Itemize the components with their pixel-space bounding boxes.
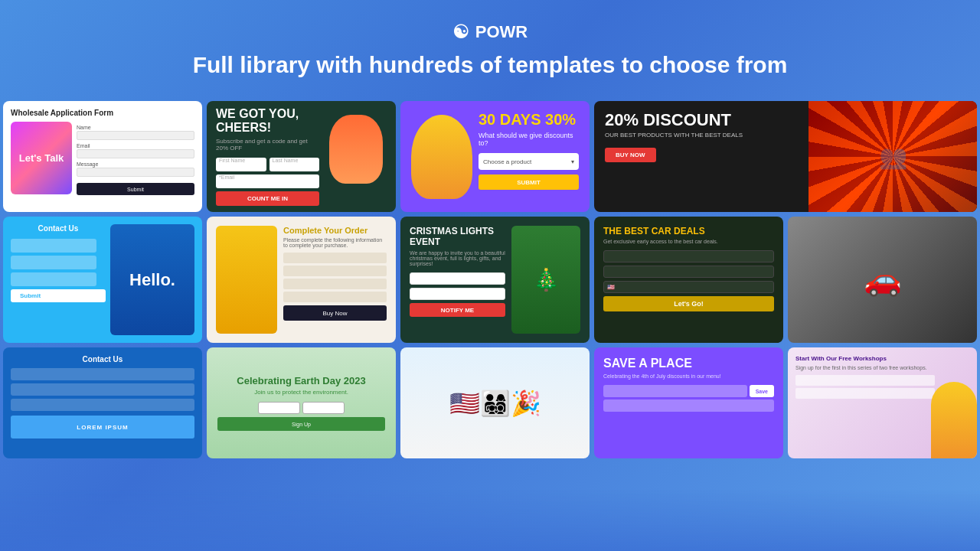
wholesale-submit[interactable]: Submit [77,183,194,195]
contact1-hello-panel: Hello. [110,224,194,335]
card-4th-of-july[interactable]: 🇺🇸👨‍👩‍👧‍👦🎉 [400,347,590,458]
order-input3[interactable] [283,279,387,289]
name-label: Name [77,125,194,130]
discount20-image: 👥 [808,101,977,212]
fade-overlay [0,490,980,551]
header: ☯ POWR Full library with hundreds of tem… [0,0,980,93]
cheers-content: WE GOT YOU, CHEERS! Subscribe and get a … [216,107,319,205]
logo-icon: ☯ [452,21,469,43]
order-form: Complete Your Order Please complete the … [283,226,387,334]
christmas-name-input[interactable] [410,272,505,285]
card-cheers[interactable]: WE GOT YOU, CHEERS! Subscribe and get a … [207,101,396,212]
contact2-title: Contact Us [11,355,194,364]
contact2-input1[interactable] [11,368,194,380]
card-contact1[interactable]: Contact Us Submit Hello. [3,217,202,343]
cardeals-btn[interactable]: Let's Go! [603,296,774,311]
card-saveplace[interactable]: SAVE A PLACE Celebrating the 4th of July… [594,347,783,458]
cheers-firstname[interactable]: First Name [216,158,266,171]
cheers-heading: WE GOT YOU, CHEERS! [216,107,319,134]
discount30-illustration [411,112,472,201]
christmas-title: CRISTMAS LIGHTS EVENT [410,226,505,247]
cheers-cta[interactable]: COUNT ME IN [216,191,319,206]
card-discount30[interactable]: 30 DAYS 30% What should we give discount… [400,101,590,212]
discount20-title: 20% DISCOUNT [605,112,798,129]
order-btn[interactable]: Buy Now [283,305,387,321]
wholesale-form-area: Let's Talk Name Email Message Submit [11,122,194,195]
card-christmas[interactable]: CRISTMAS LIGHTS EVENT We are happy to in… [400,217,590,343]
card-cardeals[interactable]: THE BEST CAR DEALS Get exclusive early a… [594,217,783,343]
christmas-image: 🎄 [511,226,580,334]
card-contact2[interactable]: Contact Us LOREM IPSUM [3,347,202,458]
contact2-input3[interactable] [11,399,194,411]
template-grid: Wholesale Application Form Let's Talk Na… [0,93,980,458]
order-person-image [216,226,277,334]
wholesale-title: Wholesale Application Form [11,109,194,117]
earthday-btn[interactable]: Sign Up [217,417,385,431]
person-figure [411,115,472,199]
order-sub: Please complete the following informatio… [283,237,387,248]
cheers-lastname[interactable]: Last Name [270,158,320,171]
saveplace-input-row: Save [603,385,774,397]
drink-visual [329,115,383,184]
contact2-input2[interactable] [11,383,194,396]
discount30-title: 30 DAYS 30% [479,112,579,127]
cardeals-title: THE BEST CAR DEALS [603,226,774,236]
message-input[interactable] [77,168,194,177]
discount30-btn[interactable]: SUBMIT [479,174,579,190]
discount20-sub: OUR BEST PRODUCTS WITH THE BEST DEALS [605,132,798,139]
christmas-btn[interactable]: NOTIFY ME [410,303,505,317]
cardeals-input2[interactable] [603,266,774,278]
discount20-btn[interactable]: BUY NOW [605,148,656,162]
contact1-message-input[interactable] [11,272,96,286]
contact1-title: Contact Us [11,224,106,233]
workshop-input2[interactable] [795,388,935,399]
contact1-form: Contact Us Submit [11,224,106,335]
order-input2[interactable] [283,266,387,276]
discount20-content: 20% DISCOUNT OUR BEST PRODUCTS WITH THE … [594,101,808,212]
email-label: Email [77,143,194,148]
earthday-title: Celebrating Earth Day 2023 [237,375,365,386]
workshop-person [931,382,977,458]
workshop-title: Start With Our Free Workshops [795,355,969,362]
cheers-email[interactable]: *Email [216,174,319,188]
contact1-name-input[interactable] [11,239,96,253]
saveplace-input-row2 [603,399,774,412]
card-order[interactable]: Complete Your Order Please complete the … [207,217,396,343]
contact1-email-input[interactable] [11,256,96,269]
saveplace-title: SAVE A PLACE [603,357,774,370]
cardeals-sub: Get exclusive early access to the best c… [603,239,774,244]
logo: ☯ POWR [15,21,965,43]
order-input4[interactable] [283,292,387,302]
card-wholesale[interactable]: Wholesale Application Form Let's Talk Na… [3,101,202,212]
workshop-input1[interactable] [795,375,935,386]
order-input1[interactable] [283,253,387,263]
earthday-input1[interactable] [258,402,300,414]
contact2-strip: LOREM IPSUM [11,416,194,439]
earthday-inputs [258,402,345,414]
card-car-image: 🚗 [788,217,977,343]
card-workshop[interactable]: Start With Our Free Workshops Sign up fo… [788,347,977,458]
email-input[interactable] [77,149,194,158]
contact1-submit[interactable]: Submit [11,289,106,302]
christmas-email-input[interactable] [410,288,505,300]
drink-image [325,115,387,199]
order-title: Complete Your Order [283,226,387,235]
cardeals-phone[interactable]: 🇺🇸 [603,281,774,293]
saveplace-btn[interactable]: Save [750,385,774,397]
car-bg: 🚗 [788,217,977,343]
card-earthday[interactable]: Celebrating Earth Day 2023 Join us to pr… [207,347,396,458]
name-input[interactable] [77,131,194,140]
cardeals-input1[interactable] [603,250,774,262]
earthday-input2[interactable] [302,402,345,414]
saveplace-input1[interactable] [603,385,747,397]
discount30-sub: What should we give discounts to? [479,132,579,147]
saveplace-input2[interactable] [603,399,774,412]
discount30-content: 30 DAYS 30% What should we give discount… [479,112,579,201]
discount30-select[interactable]: Choose a product ▾ [479,153,579,170]
fourth-visual: 🇺🇸👨‍👩‍👧‍👦🎉 [400,347,590,458]
saveplace-sub: Celebrating the 4th of July discounts in… [603,373,774,379]
cheers-name-row: First Name Last Name [216,158,319,171]
christmas-sub: We are happy to invite you to a beautifu… [410,250,505,266]
cheers-sub: Subscribe and get a code and get 20% OFF [216,138,319,152]
card-20discount[interactable]: 20% DISCOUNT OUR BEST PRODUCTS WITH THE … [594,101,977,212]
